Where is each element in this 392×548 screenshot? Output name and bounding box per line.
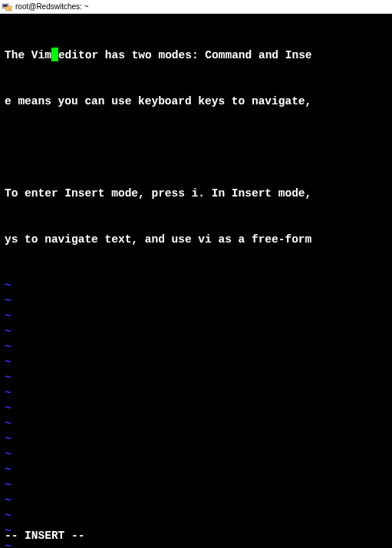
text-line — [5, 140, 387, 155]
text-line: The Vim editor has two modes: Command an… — [5, 48, 387, 63]
tilde-line: ~ — [5, 462, 387, 477]
text-line: ys to navigate text, and use vi as a fre… — [5, 232, 387, 247]
tilde-line: ~ — [5, 293, 387, 309]
tilde-line: ~ — [5, 370, 387, 385]
tilde-line: ~ — [5, 508, 387, 523]
window-title: root@Redswitches: ~ — [15, 2, 88, 11]
tilde-line: ~ — [5, 447, 387, 462]
tilde-line: ~ — [5, 493, 387, 508]
tilde-lines-container: ~~~~~~~~~~~~~~~~~~~~~~~~~~~ — [5, 278, 387, 548]
tilde-line: ~ — [5, 339, 387, 355]
putty-icon — [2, 2, 12, 12]
vim-status-line: -- INSERT -- — [5, 528, 84, 548]
terminal-viewport[interactable]: The Vim editor has two modes: Command an… — [0, 14, 392, 548]
tilde-line: ~ — [5, 324, 387, 339]
window-titlebar: root@Redswitches: ~ — [0, 0, 392, 14]
text-line: e means you can use keyboard keys to nav… — [5, 94, 387, 109]
tilde-line: ~ — [5, 385, 387, 401]
tilde-line: ~ — [5, 401, 387, 416]
text-segment: editor has two modes: Command and Inse — [58, 49, 312, 61]
text-segment: The Vim — [5, 49, 51, 61]
tilde-line: ~ — [5, 355, 387, 370]
tilde-line: ~ — [5, 309, 387, 324]
tilde-line: ~ — [5, 416, 387, 431]
text-line: To enter Insert mode, press i. In Insert… — [5, 186, 387, 201]
tilde-line: ~ — [5, 278, 387, 293]
tilde-line: ~ — [5, 477, 387, 493]
tilde-line: ~ — [5, 431, 387, 447]
cursor — [51, 48, 58, 61]
